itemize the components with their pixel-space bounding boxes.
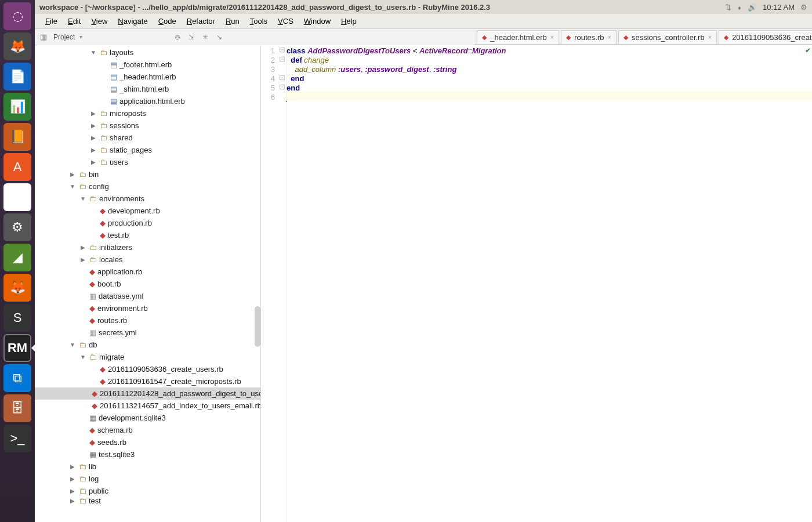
tree-file[interactable]: ▦ development.sqlite3 — [35, 412, 260, 424]
launcher-tile[interactable]: ◌ — [3, 2, 31, 30]
launcher-tile[interactable]: S — [3, 304, 31, 332]
tree-folder[interactable]: ▼🗀 layouts — [35, 46, 260, 59]
tree-folder[interactable]: ▶🗀 initializers — [35, 241, 260, 253]
fold-handle[interactable]: ⊟ — [278, 55, 286, 64]
menu-navigate[interactable]: Navigate — [113, 16, 152, 27]
tree-folder[interactable]: ▶🗀 sessions — [35, 119, 260, 132]
tree-folder[interactable]: ▶🗀 test — [35, 497, 260, 504]
editor-tab[interactable]: ◆sessions_controller.rb× — [618, 30, 717, 44]
code-area[interactable]: class AddPasswordDigestToUsers < ActiveR… — [287, 45, 812, 522]
tree-file[interactable]: ◆ application.rb — [35, 266, 260, 278]
editor-tab[interactable]: ◆20161109053636_create_users.rb× — [719, 30, 812, 44]
tree-file[interactable]: ▤ _footer.html.erb — [35, 59, 260, 71]
menu-refactor[interactable]: Refactor — [182, 16, 220, 27]
fold-handle[interactable] — [278, 64, 286, 73]
settings-icon[interactable]: ✳ — [201, 32, 210, 42]
project-icon[interactable]: ▥ — [38, 32, 49, 42]
close-icon[interactable]: × — [550, 34, 554, 41]
tree-file[interactable]: ◆ schema.rb — [35, 424, 260, 436]
editor-tab[interactable]: ◆routes.rb× — [561, 30, 617, 44]
scrollbar-thumb[interactable] — [255, 306, 260, 347]
disclosure-triangle-icon[interactable]: ▼ — [68, 342, 77, 348]
disclosure-triangle-icon[interactable]: ▶ — [68, 498, 77, 504]
disclosure-triangle-icon[interactable]: ▶ — [79, 256, 87, 263]
tree-folder[interactable]: ▶🗀 bin — [35, 168, 260, 180]
tree-folder[interactable]: ▶🗀 shared — [35, 132, 260, 144]
tree-file[interactable]: ◆ routes.rb — [35, 314, 260, 327]
tree-file[interactable]: ◆ boot.rb — [35, 278, 260, 290]
disclosure-triangle-icon[interactable]: ▶ — [68, 488, 77, 494]
close-icon[interactable]: × — [608, 34, 611, 41]
sound-icon[interactable]: 🔊 — [748, 3, 757, 12]
menu-help[interactable]: Help — [336, 16, 361, 27]
fold-handle[interactable]: ⊡ — [278, 82, 286, 92]
collapse-icon[interactable]: ⇲ — [187, 32, 196, 42]
locate-icon[interactable]: ⊚ — [173, 32, 182, 42]
tree-folder[interactable]: ▶🗀 users — [35, 156, 260, 168]
tree-folder[interactable]: ▼🗀 db — [35, 339, 260, 351]
tree-file[interactable]: ◆ test.rb — [35, 229, 260, 241]
analysis-ok-icon[interactable]: ✔ — [805, 46, 811, 55]
menu-file[interactable]: File — [41, 16, 62, 27]
launcher-tile[interactable]: >_ — [3, 425, 31, 452]
launcher-tile[interactable]: ◢ — [3, 244, 31, 271]
tree-folder[interactable]: ▼🗀 migrate — [35, 351, 260, 363]
launcher-tile[interactable]: 🦊 — [3, 274, 31, 302]
fold-handle[interactable]: ⊟ — [278, 45, 286, 55]
tree-folder[interactable]: ▶🗀 locales — [35, 253, 260, 266]
launcher-tile[interactable]: 📄 — [3, 63, 31, 90]
disclosure-triangle-icon[interactable]: ▼ — [79, 195, 87, 202]
disclosure-triangle-icon[interactable]: ▶ — [68, 476, 77, 482]
launcher-tile[interactable]: 📙 — [3, 123, 31, 151]
disclosure-triangle-icon[interactable]: ▶ — [68, 171, 77, 177]
clock[interactable]: 10:12 AM — [763, 3, 795, 12]
tree-folder[interactable]: ▶🗀 microposts — [35, 107, 260, 119]
launcher-tile[interactable]: RM — [3, 334, 31, 362]
disclosure-triangle-icon[interactable]: ▶ — [68, 463, 77, 470]
tree-file[interactable]: ◆ 20161109161547_create_microposts.rb — [35, 375, 260, 387]
tree-file[interactable]: ◆ environment.rb — [35, 302, 260, 314]
disclosure-triangle-icon[interactable]: ▶ — [89, 159, 97, 165]
tree-file[interactable]: ◆ 20161112201428_add_password_digest_to_… — [35, 387, 260, 400]
menu-run[interactable]: Run — [221, 16, 244, 27]
tree-folder[interactable]: ▶🗀 public — [35, 485, 260, 497]
tree-folder[interactable]: ▼🗀 environments — [35, 193, 260, 205]
hide-icon[interactable]: ↘ — [215, 32, 224, 42]
tree-file[interactable]: ▦ test.sqlite3 — [35, 448, 260, 461]
project-tree[interactable]: ▼🗀 layouts▤ _footer.html.erb▤ _header.ht… — [35, 45, 260, 522]
launcher-tile[interactable]: 📊 — [3, 93, 31, 121]
disclosure-triangle-icon[interactable]: ▶ — [89, 122, 97, 129]
menu-window[interactable]: Window — [299, 16, 335, 27]
fold-handle[interactable]: ⊡ — [278, 73, 286, 82]
gear-icon[interactable]: ⚙ — [800, 3, 807, 12]
disclosure-triangle-icon[interactable]: ▶ — [89, 147, 97, 153]
disclosure-triangle-icon[interactable]: ▶ — [79, 244, 87, 251]
launcher-tile[interactable]: 🗄 — [3, 394, 31, 422]
tree-file[interactable]: ◆ 20161109053636_create_users.rb — [35, 363, 260, 375]
tree-folder[interactable]: ▶🗀 lib — [35, 461, 260, 473]
launcher-tile[interactable]: 🦊 — [3, 32, 31, 60]
menu-tools[interactable]: Tools — [245, 16, 272, 27]
disclosure-triangle-icon[interactable]: ▼ — [68, 183, 77, 190]
project-tool-label[interactable]: Project — [51, 33, 77, 41]
chevron-down-icon[interactable]: ▾ — [79, 34, 100, 40]
launcher-tile[interactable]: a — [3, 183, 31, 211]
launcher-tile[interactable]: ⚙ — [3, 213, 31, 241]
editor-tab[interactable]: ◆_header.html.erb× — [477, 30, 559, 44]
tree-file[interactable]: ◆ 20161113214657_add_index_to_users_emai… — [35, 400, 260, 412]
tree-file[interactable]: ▤ application.html.erb — [35, 95, 260, 107]
menu-code[interactable]: Code — [154, 16, 181, 27]
disclosure-triangle-icon[interactable]: ▶ — [89, 110, 97, 117]
menu-vcs[interactable]: VCS — [273, 16, 298, 27]
tree-file[interactable]: ◆ development.rb — [35, 205, 260, 217]
close-icon[interactable]: × — [708, 34, 712, 41]
code-editor[interactable]: 123456 ⊟⊟⊡⊡ class AddPasswordDigestToUse… — [261, 45, 812, 522]
bluetooth-icon[interactable]: ⬧ — [737, 3, 742, 12]
launcher-tile[interactable]: A — [3, 153, 31, 181]
tree-file[interactable]: ▥ database.yml — [35, 290, 260, 302]
disclosure-triangle-icon[interactable]: ▼ — [79, 354, 87, 360]
tree-file[interactable]: ▤ _header.html.erb — [35, 71, 260, 83]
tree-file[interactable]: ▤ _shim.html.erb — [35, 83, 260, 95]
launcher-tile[interactable]: ⧉ — [3, 364, 31, 392]
tree-folder[interactable]: ▶🗀 static_pages — [35, 144, 260, 156]
